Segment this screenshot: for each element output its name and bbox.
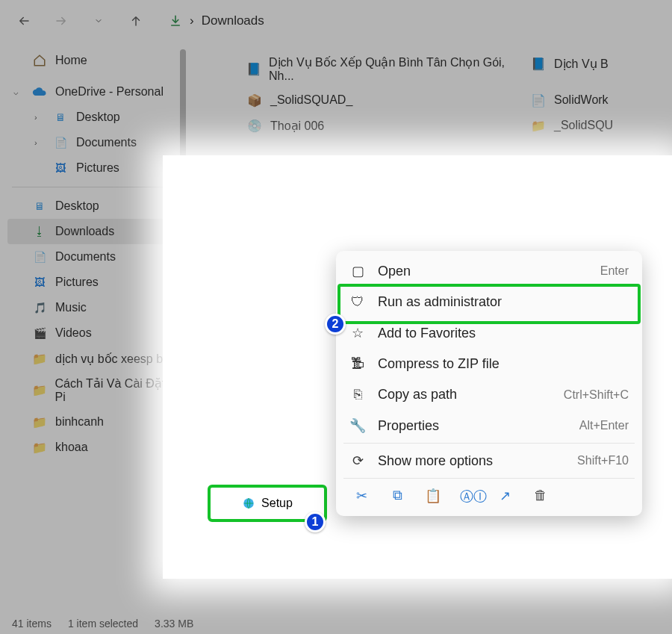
file-item[interactable]: 📘Dịch Vụ B — [508, 51, 672, 76]
sidebar-item-documents[interactable]: 📄Documents📌 — [7, 244, 184, 270]
back-button[interactable] — [12, 9, 36, 33]
status-selection: 1 item selected — [68, 618, 138, 630]
file-item[interactable]: 💿Thoại 006 — [187, 113, 508, 138]
status-size: 3.33 MB — [155, 618, 193, 630]
wrench-icon: 🔧 — [349, 417, 366, 434]
desktop-icon: 🖥 — [52, 110, 69, 125]
folder-icon: 📁 — [530, 117, 547, 134]
sidebar-item-od-documents[interactable]: ›📄Documents — [7, 130, 184, 155]
share-button[interactable]: ↗ — [496, 488, 514, 506]
breadcrumb-location[interactable]: Downloads — [202, 13, 264, 28]
disc-icon: 💿 — [246, 117, 263, 134]
sidebar-item-pictures[interactable]: 🖼Pictures📌 — [7, 270, 184, 295]
file-item[interactable]: 📘Dịch Vụ Bốc Xếp Quận Bình Tân Chọn Gói,… — [187, 51, 508, 87]
sidebar-item-folder[interactable]: 📁Cách Tải Và Cài Đặt Pi — [7, 371, 184, 409]
open-icon: ▢ — [349, 263, 366, 279]
sidebar-item-music[interactable]: 🎵Music📌 — [7, 295, 184, 320]
word-icon: 📘 — [246, 61, 261, 78]
documents-icon: 📄 — [52, 135, 69, 150]
recent-dropdown[interactable] — [87, 9, 111, 33]
file-icon: 📄 — [530, 92, 547, 108]
sidebar-item-home[interactable]: Home — [7, 48, 184, 73]
annotation-badge-1: 1 — [305, 512, 326, 532]
up-button[interactable] — [124, 9, 148, 33]
annotation-badge-2: 2 — [325, 314, 346, 335]
shield-icon: 🛡 — [349, 294, 366, 310]
onedrive-icon — [31, 84, 48, 99]
folder-icon: 📁 — [31, 440, 48, 455]
ctx-open[interactable]: ▢OpenEnter — [336, 255, 642, 287]
rar-icon: 📦 — [246, 92, 263, 108]
desktop-icon: 🖥 — [31, 199, 48, 214]
setup-label: Setup — [261, 497, 293, 510]
downloads-icon — [169, 14, 182, 28]
ctx-add-favorites[interactable]: ☆Add to Favorites — [336, 317, 642, 349]
status-item-count: 41 items — [12, 618, 52, 630]
file-item[interactable]: 📁_SolidSQU — [508, 113, 672, 138]
sidebar-item-downloads[interactable]: ⭳Downloads📌 — [7, 219, 184, 244]
folder-icon: 📁 — [31, 351, 48, 366]
star-icon: ☆ — [349, 325, 366, 341]
sidebar-item-od-pictures[interactable]: 🖼Pictures — [7, 155, 184, 181]
more-icon: ⟳ — [349, 453, 366, 469]
sidebar-home-label: Home — [55, 54, 87, 67]
chevron-down-icon[interactable]: ⌵ — [13, 87, 24, 97]
documents-icon: 📄 — [31, 249, 48, 264]
sidebar-onedrive-label: OneDrive - Personal — [55, 85, 164, 99]
ctx-run-admin[interactable]: 🛡Run as administrator — [336, 287, 642, 317]
pictures-icon: 🖼 — [31, 275, 48, 290]
chevron-right-icon[interactable]: › — [34, 138, 45, 147]
file-item[interactable]: 📦_SolidSQUAD_ — [187, 87, 508, 113]
forward-button[interactable] — [49, 9, 73, 33]
file-item[interactable]: 📄SolidWork — [508, 87, 672, 113]
folder-icon: 📁 — [31, 383, 48, 398]
downloads-icon: ⭳ — [31, 224, 48, 239]
copy-button[interactable]: ⧉ — [388, 488, 406, 506]
ctx-toolbar: ✂ ⧉ 📋 ⒶⒾ ↗ 🗑 — [336, 480, 642, 512]
status-bar: 41 items 1 item selected 3.33 MB — [0, 613, 672, 634]
chevron-right-icon[interactable]: › — [34, 113, 45, 122]
sidebar-item-folder[interactable]: 📁binhcanh — [7, 409, 184, 435]
ctx-properties[interactable]: 🔧PropertiesAlt+Enter — [336, 410, 642, 441]
paste-button[interactable]: 📋 — [424, 488, 442, 506]
ctx-show-more[interactable]: ⟳Show more optionsShift+F10 — [336, 445, 642, 476]
cut-button[interactable]: ✂ — [352, 488, 370, 506]
setup-icon — [242, 497, 255, 510]
sidebar-item-folder[interactable]: 📁khoaa — [7, 435, 184, 460]
breadcrumb[interactable]: › Downloads — [169, 13, 264, 28]
folder-icon: 📁 — [31, 414, 48, 429]
zip-icon: 🗜 — [349, 356, 366, 372]
sidebar-item-folder[interactable]: 📁dịch vụ bốc xeesp bìn — [7, 346, 184, 371]
ctx-compress-zip[interactable]: 🗜Compress to ZIP file — [336, 349, 642, 379]
word-icon: 📘 — [530, 55, 547, 72]
videos-icon: 🎬 — [31, 326, 48, 341]
delete-button[interactable]: 🗑 — [532, 488, 550, 506]
sidebar-item-od-desktop[interactable]: ›🖥Desktop — [7, 105, 184, 130]
sidebar: Home ⌵ OneDrive - Personal ›🖥Desktop ›📄D… — [0, 42, 187, 609]
sidebar-item-desktop[interactable]: 🖥Desktop📌 — [7, 193, 184, 219]
context-menu: ▢OpenEnter 🛡Run as administrator ☆Add to… — [336, 251, 642, 516]
music-icon: 🎵 — [31, 300, 48, 315]
rename-button[interactable]: ⒶⒾ — [460, 488, 478, 506]
sidebar-item-onedrive[interactable]: ⌵ OneDrive - Personal — [7, 79, 184, 105]
home-icon — [31, 53, 48, 68]
sidebar-item-videos[interactable]: 🎬Videos📌 — [7, 320, 184, 346]
nav-bar: › Downloads — [0, 0, 672, 42]
ctx-copy-path[interactable]: ⎘Copy as pathCtrl+Shift+C — [336, 379, 642, 410]
chevron-right-icon: › — [190, 13, 194, 28]
copy-path-icon: ⎘ — [349, 387, 366, 403]
pictures-icon: 🖼 — [52, 161, 69, 175]
